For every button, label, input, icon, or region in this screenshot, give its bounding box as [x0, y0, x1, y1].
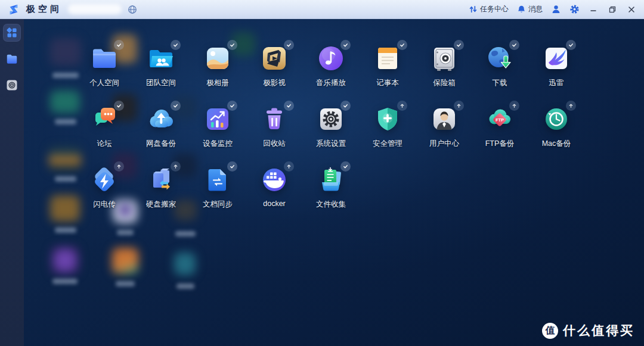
check-badge-icon — [171, 40, 181, 50]
app-label: docker — [263, 200, 286, 208]
username-redacted[interactable] — [68, 4, 122, 14]
task-center-label: 任务中心 — [480, 4, 509, 14]
app-movies[interactable]: 极影视 — [247, 43, 301, 88]
app-docker[interactable]: docker — [247, 164, 301, 208]
check-badge-icon — [397, 40, 407, 50]
app-music-player[interactable]: 音乐播放 — [304, 43, 358, 88]
check-badge-icon — [340, 161, 351, 172]
app-cloud-backup[interactable]: 网盘备份 — [134, 104, 188, 149]
app-photo-album[interactable]: 极相册 — [191, 43, 244, 88]
check-badge-icon — [171, 101, 181, 111]
app-label: 硬盘搬家 — [146, 200, 176, 210]
folder-icon — [5, 52, 18, 66]
censored-app-icon[interactable] — [50, 91, 80, 113]
app-label: 文件收集 — [316, 200, 346, 210]
update-badge-icon — [509, 101, 519, 111]
app-download[interactable]: 下载 — [473, 43, 527, 88]
minimize-button[interactable] — [588, 4, 599, 15]
app-xunlei[interactable]: 迅雷 — [530, 43, 583, 88]
app-disk-migration[interactable]: 硬盘搬家 — [134, 164, 188, 210]
check-badge-icon — [340, 40, 351, 50]
update-badge-icon — [454, 101, 464, 111]
settings-menu-button[interactable] — [569, 4, 580, 14]
messages-label: 消息 — [528, 4, 543, 14]
app-label: 论坛 — [97, 139, 112, 149]
censored-app-icon[interactable] — [50, 38, 81, 66]
app-security[interactable]: 安全管理 — [361, 104, 414, 149]
titlebar-right: 任务中心 消息 — [469, 4, 644, 15]
app-personal-space[interactable]: 个人空间 — [78, 43, 131, 88]
censored-app-label — [177, 283, 194, 289]
restore-button[interactable] — [607, 4, 618, 15]
censored-app-label — [116, 281, 135, 286]
censored-app-icon[interactable] — [50, 195, 80, 222]
app-label: Mac备份 — [542, 139, 571, 149]
app-user-center[interactable]: 用户中心 — [417, 104, 471, 149]
app-label: 记事本 — [376, 78, 399, 88]
app-label: 系统设置 — [316, 139, 346, 149]
app-label: FTP备份 — [485, 139, 515, 149]
app-forum[interactable]: 论坛 — [78, 104, 131, 149]
app-label: 极影视 — [263, 78, 286, 88]
gear-icon — [569, 4, 580, 14]
app-system-settings[interactable]: 系统设置 — [304, 104, 358, 149]
app-label: 音乐播放 — [316, 78, 346, 88]
task-transfer-arrows-icon — [469, 5, 478, 14]
sidebar-item-apps-desktop[interactable] — [3, 24, 21, 42]
titlebar: 极空间 任务中心 消息 — [0, 0, 644, 19]
check-badge-icon — [227, 161, 237, 172]
update-badge-icon — [397, 101, 407, 111]
check-badge-icon — [284, 101, 294, 111]
censored-app-icon[interactable] — [174, 253, 196, 275]
app-mac-backup[interactable]: Mac备份 — [530, 104, 583, 149]
app-device-monitor[interactable]: 设备监控 — [191, 104, 244, 149]
censored-app-icon[interactable] — [51, 247, 79, 274]
app-label: 用户中心 — [429, 139, 459, 149]
app-file-collect[interactable]: 文件收集 — [304, 164, 358, 210]
censored-app-label — [55, 119, 76, 124]
app-label: 个人空间 — [89, 78, 119, 88]
user-icon — [551, 4, 561, 14]
close-button[interactable] — [626, 4, 637, 15]
check-badge-icon — [227, 101, 237, 111]
task-center-button[interactable]: 任务中心 — [469, 4, 509, 14]
app-ftp-backup[interactable]: FTP FTP备份 — [473, 104, 527, 149]
update-badge-icon — [284, 161, 294, 172]
check-badge-icon — [566, 40, 576, 50]
check-badge-icon — [340, 101, 351, 111]
globe-icon[interactable] — [128, 5, 137, 14]
update-badge-icon — [114, 161, 124, 172]
minimize-icon — [590, 6, 597, 13]
censored-app-icon[interactable] — [112, 248, 138, 274]
app-window: 极空间 任务中心 消息 — [0, 0, 644, 346]
sidebar-item-storage[interactable] — [3, 76, 21, 94]
app-recycle-bin[interactable]: 回收站 — [247, 104, 301, 149]
app-label: 迅雷 — [549, 78, 564, 88]
app-label: 安全管理 — [373, 139, 402, 149]
check-badge-icon — [227, 40, 237, 50]
disc-icon — [6, 79, 18, 91]
close-icon — [628, 6, 635, 13]
titlebar-left: 极空间 — [0, 3, 469, 16]
app-label: 文档同步 — [203, 200, 233, 210]
user-menu-button[interactable] — [551, 4, 561, 14]
check-badge-icon — [114, 40, 124, 50]
desktop: 个人空间 团队空间 — [24, 19, 644, 346]
svg-text:FTP: FTP — [496, 117, 504, 123]
app-team-space[interactable]: 团队空间 — [134, 43, 188, 88]
app-label: 极相册 — [206, 78, 229, 88]
app-lightning-transfer[interactable]: 闪电传 — [78, 164, 131, 210]
censored-app-icon[interactable] — [49, 146, 81, 172]
app-doc-sync[interactable]: 文档同步 — [191, 164, 244, 210]
watermark-text: 什么值得买 — [563, 322, 634, 339]
app-notepad[interactable]: 记事本 — [361, 43, 414, 88]
app-label: 保险箱 — [433, 78, 456, 88]
app-safe-box[interactable]: 保险箱 — [417, 43, 471, 88]
messages-button[interactable]: 消息 — [517, 4, 543, 14]
brand-title: 极空间 — [26, 4, 62, 15]
check-badge-icon — [284, 40, 294, 50]
censored-app-label — [175, 231, 196, 236]
watermark: 值 什么值得买 — [542, 322, 634, 339]
sidebar-item-files[interactable] — [3, 50, 21, 68]
app-label: 下载 — [493, 78, 507, 88]
